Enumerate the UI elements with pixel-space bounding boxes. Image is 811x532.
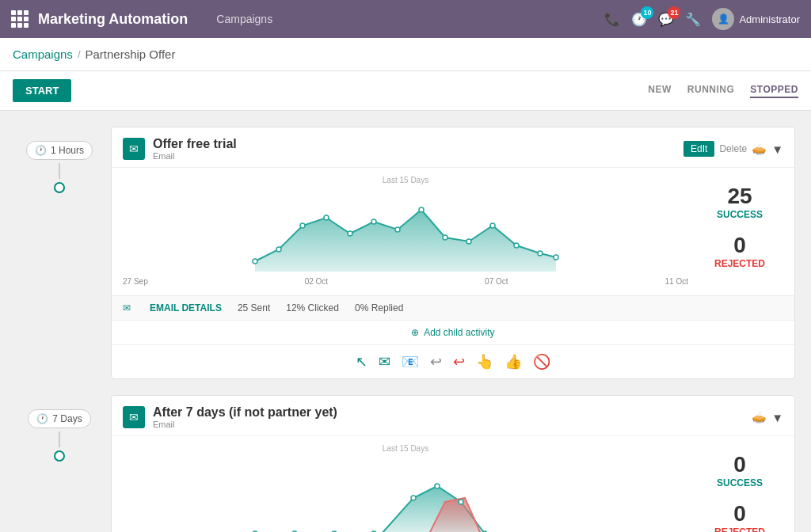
activity-icons-row-1: ↖ ✉ 📧 ↩ ↩ 👆 👍 🚫 — [112, 344, 794, 378]
status-filters: NEW RUNNING STOPPED — [648, 84, 798, 98]
chart-svg-2 — [123, 454, 688, 532]
campaign-row-2: 🕐 7 Days ✉ After 7 days (if not partner … — [16, 395, 795, 532]
wrench-icon[interactable]: 🔧 — [685, 12, 701, 27]
rejected-count-2: 0 — [696, 501, 783, 526]
activity-icon-email-outline[interactable]: 📧 — [402, 353, 419, 370]
x-label-1-0: 27 Sep — [123, 277, 148, 286]
pie-chart-icon-1[interactable]: 🥧 — [752, 142, 767, 156]
trigger-dot-1 — [54, 182, 65, 193]
campaign-row-1: 🕐 1 Hours ✉ Offer free trial Email EdIt … — [16, 127, 795, 379]
breadcrumb-bar: Campaigns / Partnership Offer — [0, 38, 811, 71]
card-title-section-2: After 7 days (if not partner yet) Email — [153, 405, 752, 429]
activity-icon-cursor[interactable]: ↖ — [356, 353, 367, 370]
trigger-label-2: 🕐 7 Days — [28, 409, 90, 428]
rejected-count-1: 0 — [696, 233, 783, 258]
delete-button-1[interactable]: Delete — [719, 143, 747, 154]
trigger-dot-2 — [54, 450, 65, 462]
card-actions-1: EdIt Delete 🥧 ▼ — [683, 141, 783, 157]
username: Administrator — [739, 13, 800, 25]
rejected-label-1: REJECTED — [696, 258, 783, 269]
status-stopped[interactable]: STOPPED — [750, 84, 798, 98]
svg-point-14 — [554, 255, 558, 260]
clock-icon[interactable]: 🕐 10 — [631, 12, 647, 27]
email-icon-1: ✉ — [123, 138, 145, 160]
chat-badge: 21 — [668, 6, 680, 19]
clock-small-icon: 🕐 — [35, 145, 47, 156]
avatar-circle: 👤 — [712, 8, 734, 30]
activity-icon-thumbsup[interactable]: 👍 — [504, 353, 522, 370]
x-label-1-1: 02 Oct — [305, 277, 328, 286]
breadcrumb-current: Partnership Offer — [86, 48, 176, 61]
action-bar: START NEW RUNNING STOPPED — [0, 71, 811, 111]
app-title: Marketing Automation — [38, 11, 188, 28]
chart-wrapper-1: Last 15 Days — [123, 176, 688, 287]
svg-point-2 — [276, 247, 281, 252]
chart-x-labels-1: 27 Sep 02 Oct 07 Oct 11 Oct — [123, 276, 688, 287]
add-child-label-1: Add child activity — [424, 327, 494, 338]
success-count-2: 0 — [696, 452, 783, 477]
card-type-1: Email — [153, 151, 683, 161]
trigger-info-1: 🕐 1 Hours — [16, 127, 103, 193]
clock-small-icon-2: 🕐 — [36, 413, 48, 424]
breadcrumb-separator: / — [78, 48, 81, 60]
svg-marker-17 — [429, 498, 556, 532]
main-content: 🕐 1 Hours ✉ Offer free trial Email EdIt … — [0, 111, 811, 532]
svg-point-6 — [371, 219, 376, 224]
status-running[interactable]: RUNNING — [687, 84, 735, 98]
trigger-time-2: 7 Days — [52, 413, 82, 424]
svg-point-24 — [459, 500, 463, 504]
pie-chart-icon-2[interactable]: 🥧 — [752, 410, 767, 424]
svg-point-22 — [411, 496, 416, 500]
start-button[interactable]: START — [13, 79, 71, 102]
card-header-1: ✉ Offer free trial Email EdIt Delete 🥧 ▼ — [112, 127, 794, 168]
grid-icon[interactable] — [11, 10, 29, 28]
add-child-bar-1[interactable]: ⊕ Add child activity — [112, 320, 794, 344]
activity-icon-reply[interactable]: ↩ — [430, 353, 442, 370]
footer-link-1[interactable]: EMAIL DETAILS — [150, 302, 222, 314]
svg-point-9 — [443, 235, 447, 240]
filter-icon-1[interactable]: ▼ — [771, 142, 783, 156]
svg-point-4 — [324, 215, 329, 220]
chart-label-top-2: Last 15 Days — [123, 444, 688, 453]
breadcrumb-link[interactable]: Campaigns — [13, 48, 73, 61]
campaign-card-2: ✉ After 7 days (if not partner yet) Emai… — [111, 395, 795, 532]
activity-icon-hand[interactable]: 👆 — [476, 353, 493, 370]
filter-icon-2[interactable]: ▼ — [771, 411, 783, 424]
svg-point-10 — [466, 239, 471, 244]
card-title-1: Offer free trial — [153, 137, 683, 151]
card-title-2: After 7 days (if not partner yet) — [153, 405, 752, 420]
phone-icon[interactable]: 📞 — [604, 12, 620, 27]
trigger-line-2 — [59, 431, 60, 447]
card-type-2: Email — [153, 420, 752, 429]
trigger-info-2: 🕐 7 Days — [16, 395, 103, 462]
footer-replied-1: 0% Replied — [355, 302, 403, 314]
activity-icon-alert[interactable]: 🚫 — [533, 353, 550, 370]
svg-point-3 — [300, 223, 305, 228]
success-label-1: SUCCESS — [696, 209, 783, 220]
chart-wrapper-2: Last 15 Days — [123, 444, 688, 532]
user-avatar[interactable]: 👤 Administrator — [712, 8, 800, 30]
card-header-2: ✉ After 7 days (if not partner yet) Emai… — [112, 396, 794, 436]
svg-point-7 — [395, 227, 400, 232]
svg-point-11 — [490, 223, 495, 228]
chart-area-1: Last 15 Days — [112, 168, 794, 295]
chart-area-2: Last 15 Days — [112, 436, 794, 532]
x-label-1-3: 11 Oct — [665, 277, 688, 286]
chat-icon[interactable]: 💬 21 — [658, 12, 674, 27]
navbar-right: 📞 🕐 10 💬 21 🔧 👤 Administrator — [604, 8, 800, 30]
activity-icon-email-open[interactable]: ✉ — [379, 353, 390, 370]
trigger-label-1: 🕐 1 Hours — [26, 141, 93, 160]
activity-icon-reply-red[interactable]: ↩ — [453, 353, 465, 370]
x-label-1-2: 07 Oct — [485, 277, 508, 286]
clock-badge: 10 — [641, 6, 653, 19]
svg-point-5 — [348, 231, 352, 236]
status-new[interactable]: NEW — [648, 84, 672, 98]
edit-button-1[interactable]: EdIt — [683, 141, 714, 157]
nav-campaigns[interactable]: Campaigns — [216, 13, 272, 25]
svg-point-8 — [419, 207, 424, 212]
card-footer-1: ✉ EMAIL DETAILS 25 Sent 12% Clicked 0% R… — [112, 295, 794, 320]
plus-icon-1: ⊕ — [411, 327, 419, 338]
chart-label-top-1: Last 15 Days — [123, 176, 688, 184]
svg-point-12 — [514, 243, 519, 248]
svg-point-13 — [538, 251, 543, 256]
